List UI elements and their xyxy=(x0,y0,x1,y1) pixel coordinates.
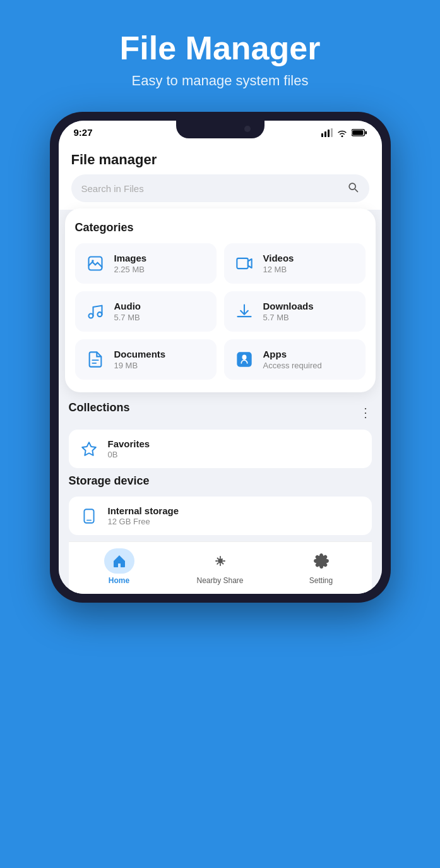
home-icon-wrap xyxy=(104,548,134,574)
categories-title: Categories xyxy=(75,221,366,234)
svg-rect-1 xyxy=(324,131,326,137)
svg-rect-16 xyxy=(84,509,93,523)
category-apps[interactable]: Apps Access required xyxy=(224,339,366,380)
nav-home[interactable]: Home xyxy=(94,548,145,585)
apps-size: Access required xyxy=(263,361,322,370)
audio-size: 5.7 MB xyxy=(114,313,141,322)
internal-storage-item[interactable]: Internal storage 12 GB Free xyxy=(69,497,372,535)
favorites-label: Favorites xyxy=(108,438,150,449)
settings-icon xyxy=(314,553,329,569)
storage-header: Storage device xyxy=(69,474,372,488)
internal-storage-label: Internal storage xyxy=(108,505,179,516)
svg-rect-6 xyxy=(352,130,363,135)
search-placeholder: Search in Files xyxy=(81,183,342,194)
app-subtitle: Easy to manage system files xyxy=(131,73,308,89)
collections-title: Collections xyxy=(69,401,130,414)
images-label: Images xyxy=(114,253,147,263)
storage-title: Storage device xyxy=(69,474,372,488)
videos-size: 12 MB xyxy=(263,265,294,274)
app-title-hero: File Manager xyxy=(120,30,321,66)
status-time: 9:27 xyxy=(74,127,93,138)
camera-dot xyxy=(244,126,251,132)
phone-frame: 9:27 xyxy=(50,112,391,603)
hero-section: File Manager Easy to manage system files xyxy=(0,0,440,89)
settings-label: Setting xyxy=(309,576,333,585)
internal-storage-size: 12 GB Free xyxy=(108,517,179,526)
star-icon xyxy=(79,439,99,459)
phone-notch xyxy=(176,121,265,138)
documents-size: 19 MB xyxy=(114,361,166,370)
downloads-size: 5.7 MB xyxy=(263,313,314,322)
settings-icon-wrap xyxy=(306,548,336,574)
battery-icon xyxy=(352,128,367,137)
svg-point-11 xyxy=(97,312,102,316)
nearby-label: Nearby Share xyxy=(196,576,243,585)
nav-setting[interactable]: Setting xyxy=(296,548,347,585)
bottom-nav: Home Nearby Share xyxy=(69,541,372,594)
status-icons xyxy=(321,128,367,137)
images-size: 2.25 MB xyxy=(114,265,147,274)
app-header: File manager Search in Files xyxy=(59,142,382,210)
svg-rect-2 xyxy=(328,130,330,137)
collections-header: Collections ⋮ xyxy=(69,401,372,423)
category-documents[interactable]: Documents 19 MB xyxy=(75,339,217,380)
phone-icon xyxy=(79,506,99,526)
documents-label: Documents xyxy=(114,349,166,359)
audio-label: Audio xyxy=(114,301,141,311)
signal-icon xyxy=(321,128,333,137)
home-label: Home xyxy=(109,576,129,585)
categories-card: Categories Images 2.25 MB xyxy=(65,208,376,392)
category-downloads[interactable]: Downloads 5.7 MB xyxy=(224,291,366,332)
svg-rect-0 xyxy=(321,133,323,137)
phone-screen: 9:27 xyxy=(59,121,382,594)
category-videos[interactable]: Videos 12 MB xyxy=(224,243,366,284)
category-images[interactable]: Images 2.25 MB xyxy=(75,243,217,284)
nav-nearby[interactable]: Nearby Share xyxy=(195,548,246,585)
home-icon xyxy=(112,553,127,569)
svg-point-18 xyxy=(218,559,222,563)
image-icon xyxy=(84,252,107,275)
file-manager-title: File manager xyxy=(71,152,369,168)
scroll-content: Collections ⋮ Favorites 0B Storage devic… xyxy=(59,392,382,594)
svg-rect-3 xyxy=(331,128,333,137)
apps-icon xyxy=(233,348,256,371)
download-icon xyxy=(233,300,256,323)
video-icon xyxy=(233,252,256,275)
svg-point-10 xyxy=(88,314,93,318)
category-audio[interactable]: Audio 5.7 MB xyxy=(75,291,217,332)
audio-icon xyxy=(84,300,107,323)
svg-point-15 xyxy=(242,355,246,360)
phone-mockup: 9:27 xyxy=(50,112,391,603)
document-icon xyxy=(84,348,107,371)
svg-rect-9 xyxy=(237,258,248,268)
search-bar[interactable]: Search in Files xyxy=(71,174,369,202)
nearby-icon-wrap xyxy=(205,548,235,574)
categories-grid: Images 2.25 MB Videos 12 MB xyxy=(75,243,366,380)
apps-label: Apps xyxy=(263,349,322,359)
downloads-label: Downloads xyxy=(263,301,314,311)
more-icon[interactable]: ⋮ xyxy=(359,405,372,420)
favorites-item[interactable]: Favorites 0B xyxy=(69,430,372,468)
nearby-icon xyxy=(213,553,228,569)
favorites-size: 0B xyxy=(108,450,150,459)
svg-rect-5 xyxy=(365,131,367,134)
search-icon[interactable] xyxy=(347,181,359,196)
videos-label: Videos xyxy=(263,253,294,263)
wifi-icon xyxy=(336,128,348,137)
